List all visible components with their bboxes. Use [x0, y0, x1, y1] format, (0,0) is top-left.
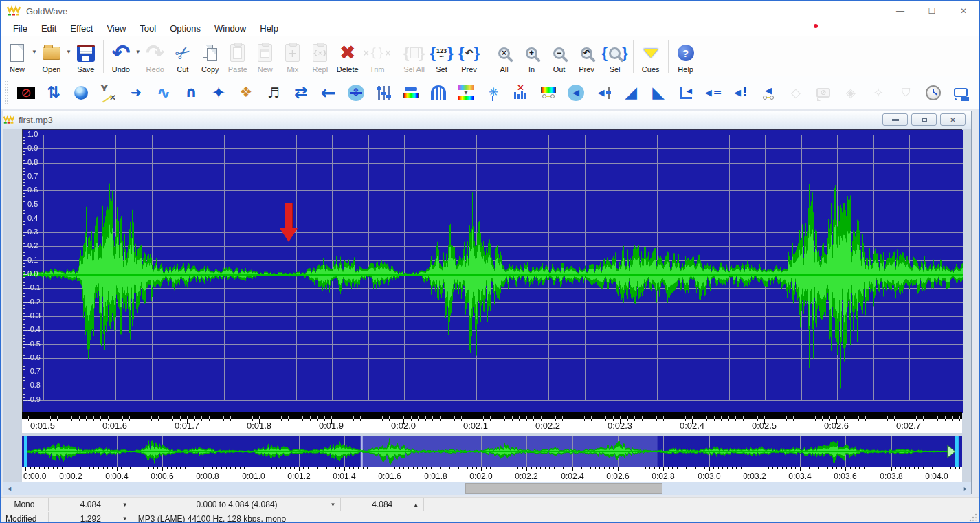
amplitude-label: -0.1	[27, 284, 41, 291]
fade-in-icon[interactable]: ◢	[617, 79, 645, 107]
loudness-icon[interactable]: ◀!	[727, 79, 755, 107]
waveform-canvas[interactable]	[23, 130, 963, 413]
time-tick-label: 0:02.3	[608, 421, 632, 431]
undo-dropdown-arrow[interactable]: ▼	[135, 49, 141, 65]
amplitude-label: 0.6	[27, 186, 38, 194]
status-row-bottom: Modified1.292▼MP3 (LAME) 44100 Hz, 128 k…	[1, 512, 979, 523]
save-button[interactable]: Save	[72, 39, 100, 75]
menu-effect[interactable]: Effect	[63, 21, 100, 36]
set-button[interactable]: {123•••}Set	[428, 39, 456, 75]
resize-grip[interactable]	[969, 513, 977, 522]
timer-icon[interactable]	[920, 79, 947, 107]
expression-evaluate-icon[interactable]: Y✕	[95, 79, 122, 107]
menu-help[interactable]: Help	[253, 21, 285, 36]
shape-volume-icon[interactable]: ◀	[755, 79, 782, 107]
prev-button[interactable]: {↶}Prev	[456, 39, 483, 75]
change-volume-icon[interactable]: ◀	[590, 79, 617, 107]
time-axis[interactable]: 0:01.50:01.60:01.70:01.80:01.90:02.00:02…	[22, 412, 962, 433]
menu-tool[interactable]: Tool	[133, 21, 163, 36]
adjust-volume-icon[interactable]: ⇅	[40, 79, 67, 107]
offset-icon[interactable]: ➜	[122, 79, 150, 107]
time-warp-icon[interactable]: ⇄	[287, 79, 315, 107]
overview-tick-label: 0:03.8	[880, 471, 902, 481]
toolbar-button-label: Mix	[287, 65, 298, 74]
status-dropdown-arrow[interactable]: ▲	[413, 502, 419, 508]
sel-button[interactable]: {}Sel	[601, 39, 630, 75]
status-dropdown-arrow[interactable]: ▼	[330, 502, 335, 508]
smoother-icon[interactable]	[535, 79, 562, 107]
echo-icon[interactable]	[67, 79, 95, 107]
spectrum-filter-icon[interactable]: ▼	[452, 79, 480, 107]
open-dropdown-arrow[interactable]: ▼	[66, 49, 71, 65]
scroll-left-arrow[interactable]: ◄	[3, 482, 15, 495]
time-tick-label: 0:02.0	[391, 421, 416, 431]
equalize-volume-icon[interactable]: ◀=	[700, 79, 727, 107]
overview-time-axis[interactable]: 0:00.00:00.20:00.40:00.60:00.80:01.00:01…	[22, 467, 962, 482]
workspace-area: first.mp3 ✕ 1.00.90.80.70.60.50.40.30.20…	[1, 109, 979, 497]
new-dropdown-arrow[interactable]: ▼	[32, 49, 37, 65]
fade-out-icon[interactable]: ◣	[645, 79, 672, 107]
toolbar-button-label: Prev	[579, 65, 594, 74]
new-button[interactable]: New	[3, 39, 31, 75]
in-button[interactable]: +In	[518, 39, 546, 75]
volume-icon[interactable]: ◀	[562, 79, 590, 107]
open-button[interactable]: Open	[38, 39, 65, 75]
scroll-right-arrow[interactable]: ►	[959, 482, 971, 495]
noise-reduction-icon[interactable]: ✕	[507, 79, 535, 107]
undo-button[interactable]: ↶Undo	[107, 39, 135, 75]
waveform-detail-view[interactable]: 1.00.90.80.70.60.50.40.30.20.10.0-0.1-0.…	[22, 129, 962, 412]
status-cell: Mono	[1, 498, 49, 511]
horizontal-scrollbar[interactable]: ◄ ►	[3, 482, 971, 495]
toolbar-grip[interactable]	[5, 81, 8, 104]
sound-minimize-button[interactable]	[882, 113, 908, 126]
spectrum-icon[interactable]	[397, 79, 425, 107]
menu-options[interactable]: Options	[163, 21, 208, 36]
cut-button[interactable]: ✂Cut	[169, 39, 197, 75]
playback-rate-icon[interactable]: ♬	[260, 79, 287, 107]
minimize-button[interactable]: —	[884, 1, 916, 21]
overview-tick-label: 0:02.2	[515, 471, 537, 481]
overview-tick-label: 0:03.0	[698, 471, 720, 481]
help-button[interactable]: ?Help	[672, 39, 700, 75]
status-dropdown-arrow[interactable]: ▼	[122, 515, 128, 522]
copy-button[interactable]: Copy	[197, 39, 224, 75]
comment-icon[interactable]	[947, 79, 975, 107]
pop-click-icon[interactable]: ✳	[480, 79, 507, 107]
sound-restore-button[interactable]	[911, 113, 937, 126]
copy-icon	[203, 41, 217, 65]
delete-button[interactable]: ✖Delete	[334, 39, 361, 75]
invert-icon[interactable]: ⇕	[342, 79, 370, 107]
sound-close-button[interactable]: ✕	[940, 113, 966, 126]
menu-file[interactable]: File	[6, 21, 34, 36]
reverse-icon[interactable]: ∩	[177, 79, 205, 107]
overview-strip[interactable]	[22, 436, 962, 467]
mute-icon[interactable]: ⊘	[12, 79, 40, 107]
menu-window[interactable]: Window	[208, 21, 253, 36]
new-button: New	[252, 39, 279, 75]
maximize-volume-icon[interactable]: ✦	[205, 79, 232, 107]
sound-window-controls: ✕	[882, 113, 966, 126]
filter-gate-icon[interactable]	[425, 79, 452, 107]
preset-back-icon: ◇	[782, 79, 810, 107]
amplitude-label: 0.1	[27, 256, 38, 264]
red-alert-dot	[814, 24, 818, 28]
all-button[interactable]: ×All	[491, 39, 518, 75]
remix-icon[interactable]: ❖	[232, 79, 260, 107]
overview-tick-label: 0:02.0	[469, 471, 492, 481]
out-button[interactable]: −Out	[546, 39, 573, 75]
flange-icon[interactable]: ←	[315, 79, 342, 107]
maximize-button[interactable]: ☐	[916, 1, 948, 21]
scrollbar-thumb[interactable]	[465, 483, 662, 494]
prev-button[interactable]: ↶Prev	[573, 39, 601, 75]
equalizer-icon[interactable]	[370, 79, 397, 107]
status-dropdown-arrow[interactable]: ▼	[122, 502, 128, 508]
sound-window-titlebar[interactable]: first.mp3 ✕	[3, 111, 971, 129]
menu-edit[interactable]: Edit	[34, 21, 63, 36]
close-button[interactable]: ✕	[948, 1, 979, 21]
cues-button[interactable]: Cues	[637, 39, 665, 75]
menu-view[interactable]: View	[100, 21, 133, 36]
doppler-icon[interactable]: ∿	[150, 79, 177, 107]
preset-save-icon: ⛉	[892, 79, 920, 107]
status-text: 4.084	[372, 500, 392, 509]
match-volume-icon[interactable]: ◀	[672, 79, 700, 107]
